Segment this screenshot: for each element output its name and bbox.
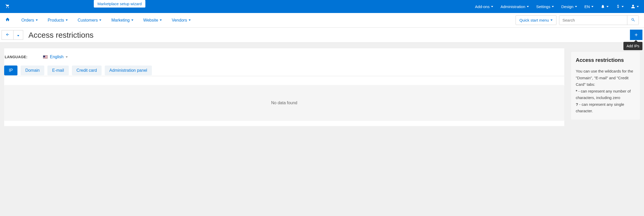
nav-vendors[interactable]: Vendors bbox=[168, 18, 194, 23]
tab-domain[interactable]: Domain bbox=[21, 66, 44, 75]
nav-customers[interactable]: Customers bbox=[74, 18, 105, 23]
nav-vendors-label: Vendors bbox=[172, 18, 187, 23]
language-selector[interactable]: English bbox=[43, 55, 67, 59]
caret-down-icon bbox=[66, 19, 68, 21]
nav-products-label: Products bbox=[48, 18, 64, 23]
help-qmark-symbol: ? bbox=[576, 102, 578, 107]
back-dropdown-button[interactable] bbox=[14, 30, 23, 40]
plus-icon bbox=[634, 32, 639, 37]
help-star-text: - can represent any number of characters… bbox=[576, 89, 631, 100]
top-language-label: EN bbox=[584, 4, 590, 9]
top-design-label: Design bbox=[561, 4, 573, 9]
caret-down-icon bbox=[527, 6, 529, 7]
caret-down-icon bbox=[131, 19, 133, 21]
nav-customers-label: Customers bbox=[78, 18, 98, 23]
top-settings[interactable]: Settings bbox=[536, 4, 554, 9]
help-title: Access restrictions bbox=[576, 57, 635, 63]
search-button[interactable] bbox=[627, 16, 639, 25]
caret-down-icon bbox=[160, 19, 162, 21]
caret-down-icon bbox=[36, 19, 38, 21]
top-administration[interactable]: Administration bbox=[500, 4, 529, 9]
nav-products[interactable]: Products bbox=[44, 18, 71, 23]
search-icon bbox=[631, 18, 635, 22]
no-data-text: No data found bbox=[271, 101, 298, 105]
arrow-left-icon bbox=[5, 32, 10, 37]
nav-home[interactable] bbox=[5, 17, 10, 23]
tab-ip-label: IP bbox=[9, 68, 13, 73]
tab-credit-card[interactable]: Credit card bbox=[72, 66, 102, 75]
quickstart-label: Quick start menu bbox=[519, 18, 549, 22]
tab-email[interactable]: E-mail bbox=[47, 66, 69, 75]
cart-icon[interactable] bbox=[5, 4, 10, 10]
top-currency[interactable] bbox=[616, 4, 624, 9]
help-intro: You can use the wildcards for the "Domai… bbox=[576, 69, 633, 87]
tab-email-label: E-mail bbox=[52, 68, 64, 73]
caret-down-icon bbox=[622, 6, 624, 7]
tab-domain-label: Domain bbox=[25, 68, 40, 73]
setup-wizard-label: Marketplace setup wizard bbox=[97, 2, 142, 6]
dollar-icon bbox=[616, 4, 620, 9]
top-addons-label: Add-ons bbox=[475, 4, 490, 9]
tab-admin-panel-label: Administration panel bbox=[109, 68, 147, 73]
language-value: English bbox=[50, 55, 63, 59]
tabs-divider bbox=[4, 76, 564, 76]
caret-down-icon bbox=[99, 19, 101, 21]
caret-down-icon bbox=[552, 6, 554, 7]
top-user[interactable] bbox=[631, 4, 639, 9]
top-design[interactable]: Design bbox=[561, 4, 577, 9]
search-input[interactable] bbox=[559, 16, 627, 25]
tab-credit-card-label: Credit card bbox=[77, 68, 97, 73]
caret-down-icon bbox=[606, 6, 609, 7]
no-data-panel: No data found bbox=[4, 85, 564, 121]
top-notifications[interactable] bbox=[601, 4, 609, 9]
nav-marketing[interactable]: Marketing bbox=[108, 18, 137, 23]
back-button[interactable] bbox=[2, 30, 14, 40]
caret-down-icon bbox=[637, 6, 639, 7]
top-addons[interactable]: Add-ons bbox=[475, 4, 493, 9]
page-title: Access restrictions bbox=[28, 31, 94, 40]
nav-website-label: Website bbox=[143, 18, 158, 23]
user-icon bbox=[631, 4, 635, 9]
quickstart-menu-button[interactable]: Quick start menu bbox=[516, 15, 556, 25]
nav-orders[interactable]: Orders bbox=[18, 18, 41, 23]
tab-admin-panel[interactable]: Administration panel bbox=[105, 66, 152, 75]
nav-website[interactable]: Website bbox=[140, 18, 166, 23]
search-group bbox=[559, 15, 639, 25]
language-label: LANGUAGE: bbox=[5, 55, 27, 59]
bell-icon bbox=[601, 4, 605, 9]
caret-down-icon bbox=[575, 6, 577, 7]
nav-marketing-label: Marketing bbox=[111, 18, 129, 23]
caret-down-icon bbox=[66, 56, 68, 58]
tooltip-arrow bbox=[634, 40, 638, 42]
caret-down-icon bbox=[591, 6, 593, 7]
top-administration-label: Administration bbox=[500, 4, 525, 9]
caret-down-icon bbox=[189, 19, 191, 21]
setup-wizard-button[interactable]: Marketplace setup wizard bbox=[94, 0, 145, 8]
caret-down-icon bbox=[17, 35, 19, 36]
tab-ip[interactable]: IP bbox=[4, 66, 17, 75]
top-settings-label: Settings bbox=[536, 4, 550, 9]
caret-down-icon bbox=[550, 19, 553, 21]
help-sidebar: Access restrictions You can use the wild… bbox=[571, 52, 640, 120]
nav-orders-label: Orders bbox=[21, 18, 34, 23]
add-button[interactable] bbox=[630, 30, 642, 40]
caret-down-icon bbox=[491, 6, 493, 7]
help-qmark-text: - can represent any single character. bbox=[576, 102, 624, 113]
flag-us-icon bbox=[43, 55, 48, 58]
top-language[interactable]: EN bbox=[584, 4, 593, 9]
add-tooltip: Add IPs bbox=[623, 42, 642, 50]
home-icon bbox=[5, 17, 10, 22]
